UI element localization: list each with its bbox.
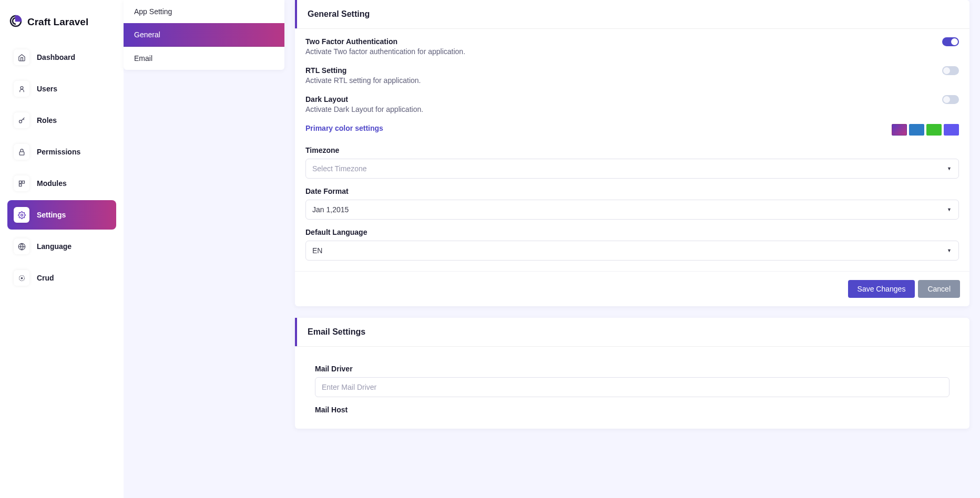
sidebar-item-language[interactable]: Language — [7, 232, 116, 261]
subnav-title: App Setting — [124, 0, 284, 23]
sidebar: Craft Laravel Dashboard Users Roles Perm… — [0, 0, 124, 498]
key-icon — [14, 112, 29, 128]
brand-logo[interactable]: Craft Laravel — [7, 11, 116, 43]
sidebar-item-label: Modules — [37, 179, 67, 188]
svg-point-6 — [21, 214, 23, 216]
subnav-item-general[interactable]: General — [124, 23, 284, 47]
svg-rect-5 — [19, 184, 21, 186]
svg-point-9 — [21, 277, 23, 279]
color-swatches — [892, 124, 959, 136]
general-setting-card: General Setting Two Factor Authenticatio… — [295, 0, 969, 306]
rtl-title: RTL Setting — [305, 66, 421, 75]
save-button[interactable]: Save Changes — [848, 280, 915, 298]
date-format-label: Date Format — [305, 187, 959, 195]
primary-color-title: Primary color settings — [305, 124, 383, 132]
swatch-indigo[interactable] — [944, 124, 959, 136]
timezone-label: Timezone — [305, 146, 959, 154]
svg-rect-2 — [19, 151, 24, 154]
gear-icon — [14, 207, 29, 223]
sidebar-item-modules[interactable]: Modules — [7, 169, 116, 198]
svg-rect-4 — [22, 181, 24, 183]
sidebar-item-label: Roles — [37, 116, 57, 124]
cancel-button[interactable]: Cancel — [918, 280, 960, 298]
default-language-select[interactable]: EN — [305, 241, 959, 261]
subnav-item-email[interactable]: Email — [124, 47, 284, 70]
swatch-gradient[interactable] — [892, 124, 907, 136]
dark-title: Dark Layout — [305, 95, 423, 103]
subnav: App Setting General Email — [124, 0, 284, 498]
sidebar-item-label: Crud — [37, 274, 54, 282]
sidebar-item-dashboard[interactable]: Dashboard — [7, 43, 116, 72]
sidebar-item-crud[interactable]: Crud — [7, 263, 116, 293]
user-icon — [14, 81, 29, 97]
modules-icon — [14, 175, 29, 191]
rtl-desc: Activate RTL setting for application. — [305, 76, 421, 85]
crosshair-icon — [14, 270, 29, 286]
default-language-label: Default Language — [305, 228, 959, 236]
brand-text: Craft Laravel — [27, 16, 88, 28]
mail-driver-input[interactable] — [315, 377, 950, 397]
swatch-green[interactable] — [926, 124, 942, 136]
lock-icon — [14, 144, 29, 160]
dark-toggle[interactable] — [942, 95, 959, 104]
general-heading: General Setting — [295, 0, 969, 28]
sidebar-item-users[interactable]: Users — [7, 74, 116, 103]
two-factor-title: Two Factor Authentication — [305, 37, 465, 46]
svg-point-0 — [21, 86, 23, 89]
swatch-blue[interactable] — [909, 124, 924, 136]
main-content: General Setting Two Factor Authenticatio… — [284, 0, 980, 498]
brand-icon — [9, 15, 22, 29]
sidebar-item-label: Settings — [37, 211, 66, 219]
two-factor-toggle[interactable] — [942, 37, 959, 46]
svg-point-1 — [19, 120, 22, 122]
two-factor-desc: Activate Two factor authentication for a… — [305, 47, 465, 56]
sidebar-item-roles[interactable]: Roles — [7, 106, 116, 135]
sidebar-item-label: Language — [37, 242, 72, 251]
sidebar-item-label: Permissions — [37, 148, 80, 156]
email-heading: Email Settings — [295, 318, 969, 346]
rtl-toggle[interactable] — [942, 66, 959, 75]
dark-desc: Activate Dark Layout for application. — [305, 105, 423, 113]
svg-rect-3 — [19, 181, 21, 183]
email-settings-card: Email Settings Mail Driver Mail Host — [295, 318, 969, 429]
sidebar-item-settings[interactable]: Settings — [7, 200, 116, 230]
mail-host-label: Mail Host — [315, 406, 950, 414]
date-format-select[interactable]: Jan 1,2015 — [305, 200, 959, 220]
mail-driver-label: Mail Driver — [315, 365, 950, 373]
sidebar-item-permissions[interactable]: Permissions — [7, 137, 116, 167]
sidebar-item-label: Users — [37, 85, 57, 93]
sidebar-item-label: Dashboard — [37, 53, 75, 61]
timezone-select[interactable]: Select Timezone — [305, 159, 959, 179]
home-icon — [14, 49, 29, 65]
globe-icon — [14, 238, 29, 254]
